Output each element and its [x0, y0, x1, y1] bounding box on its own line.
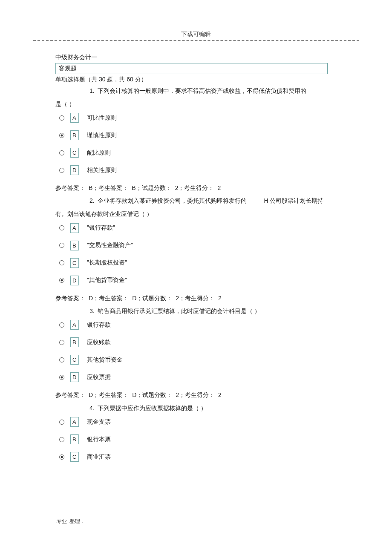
ref-answer: B: [89, 184, 92, 191]
question-text: 4. 下列票据中应作为应收票据核算的是（ ）: [55, 403, 328, 414]
radio-icon[interactable]: [59, 357, 65, 363]
option-letter: B: [70, 241, 79, 250]
score: 2: [218, 295, 222, 302]
option-text: 谨慎性原则: [87, 132, 117, 139]
option-letter: B: [70, 434, 79, 444]
answer-line: 参考答案：B；考生答案：B；试题分数：2；考生得分：2: [55, 183, 328, 193]
option-text: 配比原则: [87, 149, 111, 157]
stu-answer-label: ；考生答案：: [93, 391, 129, 398]
option-text: 商业汇票: [87, 453, 111, 461]
score: 2: [217, 184, 221, 191]
option-letter: A: [70, 417, 79, 427]
doc-title: 中级财务会计一: [55, 54, 328, 61]
option-row[interactable]: B 谨慎性原则: [55, 130, 328, 140]
question-text: 3. 销售商品用银行承兑汇票结算，此时应借记的会计科目是（ ）: [55, 305, 328, 317]
radio-icon[interactable]: [59, 150, 65, 156]
radio-selected-icon[interactable]: [59, 454, 65, 460]
radio-selected-icon[interactable]: [59, 277, 65, 283]
question-text-cont: 有。划出该笔存款时企业应借记（ ）: [55, 208, 328, 220]
radio-icon[interactable]: [59, 419, 65, 425]
radio-selected-icon[interactable]: [59, 132, 65, 138]
question-stem: 下列票据中应作为应收票据核算的是（ ）: [98, 405, 207, 411]
radio-icon[interactable]: [59, 167, 65, 173]
option-row[interactable]: C 其他货币资金: [55, 355, 328, 365]
question-text: 1. 下列会计核算的一般原则中，要求不得高估资产或收益，不得低估负债和费用的: [55, 85, 328, 97]
ref-answer: D: [89, 391, 93, 398]
radio-icon[interactable]: [59, 322, 65, 328]
option-row[interactable]: D "其他货币资金": [55, 276, 328, 285]
svg-point-9: [61, 279, 63, 282]
option-row[interactable]: A 银行存款: [55, 320, 328, 330]
svg-point-6: [60, 243, 64, 248]
option-text: "其他货币资金": [87, 276, 127, 284]
option-row[interactable]: A 现金支票: [55, 417, 328, 427]
pts-label: ；试题分数：: [136, 295, 172, 302]
option-text: 相关性原则: [87, 167, 117, 174]
ref-answer: D: [89, 295, 93, 302]
score-label: ；考生得分：: [179, 295, 215, 302]
question-stem: 企业将存款划入某证券投资公司，委托其代购即将发行的: [98, 197, 247, 204]
svg-point-3: [60, 150, 64, 155]
pts: 2: [176, 391, 179, 398]
option-letter: C: [70, 148, 79, 158]
stu-answer: D: [132, 391, 136, 398]
ref-answer-label: 参考答案：: [55, 391, 85, 398]
svg-point-15: [60, 420, 64, 424]
question-stem: 销售商品用银行承兑汇票结算，此时应借记的会计科目是（ ）: [98, 308, 260, 314]
document-content: 中级财务会计一 客观题 单项选择题（共 30 题，共 60 分） 1. 下列会计…: [55, 54, 328, 462]
score: 2: [218, 391, 222, 398]
option-row[interactable]: C 商业汇票: [55, 452, 328, 462]
question-number: 4.: [55, 405, 95, 411]
page-footer: .专业 .整理 .: [55, 518, 83, 525]
radio-icon[interactable]: [59, 242, 65, 248]
svg-point-10: [60, 322, 64, 327]
question-text: 2. 企业将存款划入某证券投资公司，委托其代购即将发行的H 公司股票计划长期持: [55, 195, 328, 207]
pts: 2: [176, 295, 179, 302]
option-row[interactable]: B "交易性金融资产": [55, 241, 328, 250]
radio-icon[interactable]: [59, 339, 65, 345]
option-letter: D: [70, 276, 79, 285]
option-letter: A: [70, 223, 79, 233]
svg-point-16: [60, 437, 64, 442]
option-text: "长期股权投资": [87, 259, 127, 267]
section-header: 客观题: [55, 63, 328, 74]
option-row[interactable]: D 应收票据: [55, 372, 328, 382]
ref-answer-label: 参考答案：: [55, 295, 85, 302]
radio-icon[interactable]: [59, 115, 65, 121]
svg-point-4: [60, 168, 64, 173]
option-row[interactable]: D 相关性原则: [55, 165, 328, 175]
svg-point-18: [61, 456, 63, 458]
sub-header: 单项选择题（共 30 题，共 60 分）: [55, 76, 328, 83]
stu-answer: B: [132, 184, 135, 191]
radio-icon[interactable]: [59, 437, 65, 443]
question-stem: 下列会计核算的一般原则中，要求不得高估资产或收益，不得低估负债和费用的: [98, 87, 306, 94]
svg-point-2: [61, 134, 63, 136]
option-text: 银行本票: [87, 436, 111, 443]
question-number: 1.: [55, 87, 95, 94]
option-text: 现金支票: [87, 418, 111, 426]
option-letter: D: [70, 165, 79, 175]
option-text: "交易性金融资产": [87, 242, 133, 249]
option-row[interactable]: B 应收账款: [55, 337, 328, 347]
option-letter: A: [70, 113, 79, 123]
option-row[interactable]: C 配比原则: [55, 148, 328, 158]
svg-point-7: [60, 261, 64, 265]
option-text: "银行存款": [87, 224, 115, 232]
ref-answer-label: 参考答案：: [55, 184, 85, 191]
svg-point-12: [60, 357, 64, 362]
option-text: 可比性原则: [87, 114, 117, 122]
option-letter: C: [70, 355, 79, 365]
option-row[interactable]: A 可比性原则: [55, 113, 328, 123]
radio-selected-icon[interactable]: [59, 374, 65, 380]
option-row[interactable]: A "银行存款": [55, 223, 328, 233]
question-number: 3.: [55, 308, 95, 314]
svg-point-14: [61, 376, 63, 378]
pts-label: ；试题分数：: [136, 184, 172, 191]
stu-answer-label: ；考生答案：: [93, 295, 129, 302]
option-letter: D: [70, 372, 79, 382]
option-letter: A: [70, 320, 79, 330]
radio-icon[interactable]: [59, 225, 65, 231]
option-row[interactable]: B 银行本票: [55, 434, 328, 444]
option-row[interactable]: C "长期股权投资": [55, 258, 328, 268]
radio-icon[interactable]: [59, 260, 65, 266]
